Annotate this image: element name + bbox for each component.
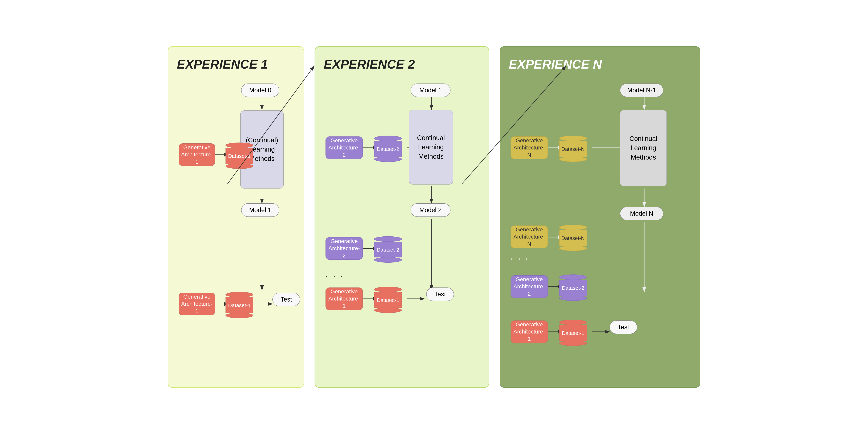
exp1-dataset-top: Dataset-1 (225, 143, 253, 169)
expN-gen-arch-mid: Generative Architecture-N (510, 225, 548, 248)
expN-gen-arch-arch2: Generative Architecture-2 (510, 275, 548, 298)
experience-2-panel: EXPERIENCE 2 (315, 46, 489, 388)
exp1-model0: Model 0 (241, 84, 279, 97)
exp2-dataset-bot: Dataset-1 (374, 287, 402, 313)
exp1-test: Test (272, 293, 300, 306)
exp1-gen-arch-bottom: Generative Architecture-1 (179, 293, 215, 315)
experience-n-panel: EXPERIENCE N (500, 46, 700, 388)
exp2-gen-arch-top: Generative Architecture-2 (326, 136, 363, 159)
exp2-gen-arch-mid: Generative Architecture-2 (326, 237, 363, 260)
exp2-title: EXPERIENCE 2 (324, 57, 480, 71)
exp2-gen-arch-bot: Generative Architecture-1 (326, 287, 363, 310)
exp1-gen-arch-top: Generative Architecture-1 (179, 144, 215, 166)
expN-dataset-arch1: Dataset-1 (559, 319, 587, 346)
exp2-arrows (324, 82, 480, 377)
diagram-container: EXPERIENCE 1 (154, 32, 714, 402)
exp2-model1-in: Model 1 (410, 84, 451, 97)
expN-dots: · · · (510, 253, 529, 264)
exp2-dataset-mid: Dataset-2 (374, 236, 402, 262)
expN-gen-arch-arch1: Generative Architecture-1 (510, 320, 548, 343)
exp1-title: EXPERIENCE 1 (177, 57, 295, 71)
expN-model-out: Model N (620, 207, 663, 220)
exp2-learning-box: Continual Learning Methods (409, 110, 453, 185)
expN-dataset-arch2: Dataset-2 (559, 275, 587, 301)
exp2-dataset-top: Dataset-2 (374, 135, 402, 162)
experience-1-panel: EXPERIENCE 1 (168, 46, 304, 388)
expN-dataset-mid: Dataset-N (559, 225, 587, 251)
exp1-model1: Model 1 (241, 203, 279, 217)
exp1-dataset-bottom: Dataset-1 (225, 292, 253, 318)
exp2-test: Test (426, 287, 454, 301)
expN-test: Test (610, 320, 637, 334)
expN-model-in: Model N-1 (620, 84, 663, 97)
expN-learning-box: Continual Learning Methods (620, 110, 667, 186)
exp2-model2: Model 2 (410, 203, 451, 217)
expN-dataset-top: Dataset-N (559, 135, 587, 162)
expN-title: EXPERIENCE N (509, 57, 691, 71)
expN-gen-arch-top: Generative Architecture-N (510, 136, 548, 159)
exp2-dots: · · · (326, 270, 344, 281)
